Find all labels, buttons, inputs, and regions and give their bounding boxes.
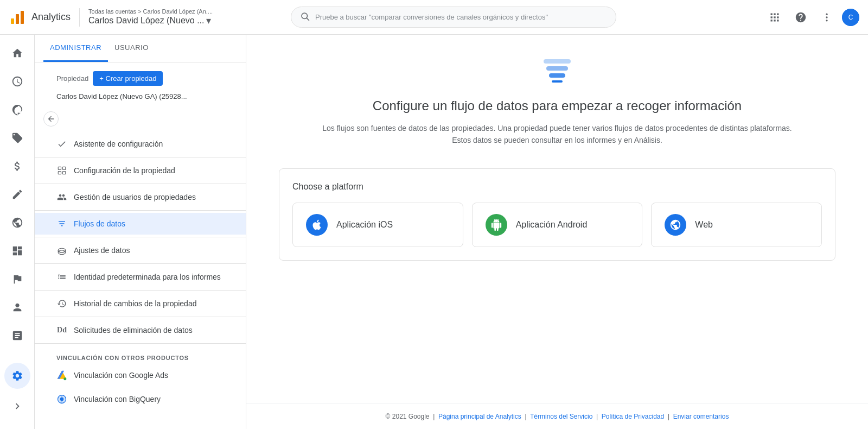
menu-item-datasettings-label: Ajustes de datos	[74, 246, 130, 255]
left-sidebar	[0, 35, 35, 429]
search-bar[interactable]: Pruebe a buscar "comparar conversiones d…	[291, 7, 616, 28]
platform-android-label: Aplicación Android	[516, 220, 588, 230]
sidebar-item-monetization[interactable]	[4, 153, 30, 179]
sidebar-item-reports[interactable]	[4, 68, 30, 94]
platform-section: Choose a platform Aplicación iOS	[279, 168, 835, 261]
footer-link-terms[interactable]: Términos del Servicio	[530, 413, 592, 420]
svg-rect-37	[549, 73, 565, 78]
breadcrumb-area: Todas las cuentas > Carlos David López (…	[79, 8, 213, 27]
header-right: C	[764, 7, 859, 28]
divider	[35, 343, 246, 344]
svg-point-16	[826, 20, 827, 21]
menu-item-datastreams[interactable]: Flujos de datos	[35, 213, 246, 235]
menu-item-config[interactable]: Configuración de la propiedad	[35, 160, 246, 181]
android-icon	[486, 214, 507, 236]
divider	[35, 157, 246, 157]
platform-card-ios[interactable]: Aplicación iOS	[292, 203, 463, 247]
breadcrumb-main[interactable]: Carlos David López (Nuevo ... ▾	[88, 15, 213, 27]
footer-link-privacy[interactable]: Política de Privacidad	[602, 413, 664, 420]
breadcrumb-top: Todas las cuentas > Carlos David López (…	[88, 8, 213, 15]
logo-area: Analytics	[9, 9, 71, 26]
platform-card-android[interactable]: Aplicación Android	[472, 203, 643, 247]
svg-rect-2	[21, 11, 24, 24]
platform-cards: Aplicación iOS Aplicación Android	[292, 203, 822, 247]
integration-bigquery[interactable]: Vinculación con BigQuery	[35, 387, 246, 411]
datastreams-icon	[56, 218, 67, 229]
menu-item-identity-label: Identidad predeterminada para los inform…	[74, 273, 221, 281]
footer: © 2021 Google | Página principal de Anal…	[246, 403, 868, 429]
menu-item-datasettings[interactable]: Ajustes de datos	[35, 239, 246, 261]
property-settings-icon	[56, 165, 67, 176]
sidebar-item-expand[interactable]	[4, 393, 30, 419]
main-heading: Configure un flujo de datos para empezar…	[373, 98, 742, 113]
sidebar-item-admin[interactable]	[4, 363, 30, 389]
menu-item-users[interactable]: Gestión de usuarios de propiedades	[35, 186, 246, 208]
footer-link-feedback[interactable]: Enviar comentarios	[673, 413, 729, 420]
footer-copyright: © 2021 Google	[386, 413, 430, 420]
create-property-button[interactable]: + Crear propiedad	[93, 71, 163, 86]
menu-item-deletion-label: Solicitudes de eliminación de datos	[74, 326, 193, 335]
svg-rect-22	[63, 172, 66, 174]
menu-item-identity[interactable]: Identidad predeterminada para los inform…	[35, 266, 246, 288]
collapse-panel-button[interactable]	[43, 111, 59, 127]
identity-icon	[56, 272, 67, 282]
apps-button[interactable]	[764, 7, 786, 28]
svg-rect-19	[58, 167, 61, 169]
menu-item-config-label: Configuración de la propiedad	[74, 166, 175, 175]
analytics-logo-icon	[9, 9, 26, 26]
sidebar-item-pencil[interactable]	[4, 181, 30, 207]
divider	[35, 210, 246, 211]
svg-text:C: C	[848, 14, 853, 21]
app-title: Analytics	[31, 11, 71, 23]
sidebar-item-grid[interactable]	[4, 238, 30, 264]
svg-rect-9	[774, 16, 775, 18]
sidebar-item-realtime[interactable]	[4, 97, 30, 123]
help-button[interactable]	[790, 7, 812, 28]
svg-rect-38	[552, 80, 563, 83]
svg-rect-35	[544, 59, 571, 64]
menu-section: Asistente de configuración Configuración…	[35, 131, 246, 348]
svg-rect-1	[16, 14, 19, 24]
sidebar-item-explore[interactable]	[4, 323, 30, 349]
integration-bigquery-label: Vinculación con BigQuery	[74, 395, 161, 403]
platform-card-web[interactable]: Web	[651, 203, 822, 247]
sidebar-item-flag[interactable]	[4, 266, 30, 292]
integrations-section-label: VINCULACIÓN CON OTROS PRODUCTOS	[35, 348, 246, 363]
check-icon	[56, 138, 67, 149]
integration-google-ads[interactable]: Vinculación con Google Ads	[35, 363, 246, 387]
menu-item-setup-label: Asistente de configuración	[74, 140, 163, 148]
stream-icon-wrap	[541, 56, 573, 85]
sidebar-item-home[interactable]	[4, 40, 30, 66]
main-layout: ADMINISTRAR USUARIO Propiedad + Crear pr…	[0, 35, 868, 429]
data-streams-icon	[541, 56, 573, 84]
tab-admin[interactable]: ADMINISTRAR	[43, 35, 108, 62]
more-options-button[interactable]	[816, 7, 838, 28]
divider	[35, 184, 246, 184]
ios-icon	[306, 214, 328, 236]
property-header: Propiedad + Crear propiedad	[35, 62, 246, 90]
bigquery-icon	[56, 394, 67, 405]
avatar[interactable]: C	[842, 9, 859, 26]
svg-rect-8	[770, 16, 772, 18]
history-icon	[56, 298, 67, 309]
integration-google-ads-label: Vinculación con Google Ads	[74, 371, 168, 380]
platform-label: Choose a platform	[292, 182, 822, 192]
sidebar-item-globe[interactable]	[4, 210, 30, 236]
menu-item-deletion[interactable]: Dd Solicitudes de eliminación de datos	[35, 319, 246, 341]
svg-point-30	[63, 377, 66, 380]
divider	[35, 317, 246, 317]
svg-rect-7	[777, 13, 778, 15]
footer-link-analytics[interactable]: Página principal de Analytics	[438, 413, 521, 420]
menu-item-history-label: Historial de cambios de la propiedad	[74, 299, 196, 308]
sidebar-item-tags[interactable]	[4, 125, 30, 151]
menu-item-history[interactable]: Historial de cambios de la propiedad	[35, 293, 246, 314]
deletion-icon: Dd	[56, 325, 67, 336]
platform-web-label: Web	[695, 220, 713, 230]
sidebar-item-person[interactable]	[4, 294, 30, 320]
web-icon	[665, 214, 686, 236]
admin-tabs: ADMINISTRAR USUARIO	[35, 35, 246, 62]
data-stream-content: Configure un flujo de datos para empezar…	[246, 35, 868, 403]
datasettings-icon	[56, 245, 67, 256]
tab-user[interactable]: USUARIO	[108, 35, 155, 62]
menu-item-setup[interactable]: Asistente de configuración	[35, 133, 246, 155]
